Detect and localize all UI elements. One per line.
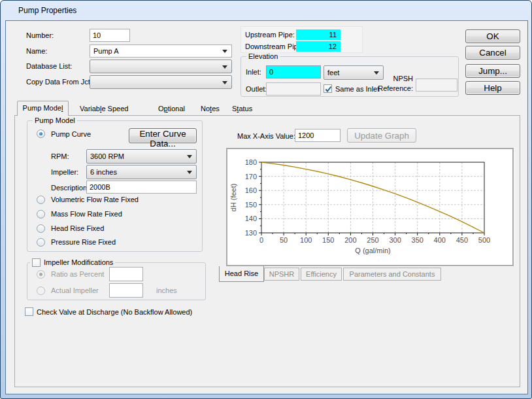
volumetric-flow-radio[interactable] [37,196,45,204]
enter-curve-data-button[interactable]: Enter Curve Data... [129,128,197,143]
help-button[interactable]: Help [465,81,520,95]
inlet-label: Inlet: [246,67,261,77]
check-valve-label: Check Valve at Discharge (No Backflow Al… [37,307,192,317]
elevation-units-value: feet [327,69,339,77]
mass-flow-radio[interactable] [37,210,45,218]
svg-text:200: 200 [344,236,356,244]
dialog-body: Number: Name: Pump A Database List: Copy… [5,20,528,394]
number-label: Number: [26,30,54,41]
checkmark-icon [324,85,333,94]
pump-curve-radio[interactable] [37,130,45,138]
pump-model-tab-panel: Pump Model Pump Curve Enter Curve Data..… [14,115,520,387]
chevron-down-icon [222,50,227,53]
npsh-reference-input[interactable] [416,78,457,92]
ratio-as-percent-radio[interactable] [37,270,45,279]
name-label: Name: [26,46,47,56]
copy-data-label: Copy Data From Jct... [26,77,96,87]
svg-text:150: 150 [322,236,334,244]
tab-notes[interactable]: Notes [201,103,220,114]
title-bar[interactable]: Pump Properties [1,1,531,20]
chart-tab-parameters[interactable]: Parameters and Constants [343,268,441,281]
chevron-down-icon [187,171,192,174]
inlet-elevation-input[interactable] [266,65,321,78]
svg-text:180: 180 [245,158,257,166]
svg-text:Q (gal/min): Q (gal/min) [355,247,390,254]
svg-text:150: 150 [245,201,257,209]
actual-impeller-label: Actual Impeller [51,285,99,296]
tab-variable-speed[interactable]: Variable Speed [80,103,128,114]
downstream-pipe-label: Downstream Pipe: [245,41,304,52]
actual-impeller-input[interactable] [109,283,143,298]
chart-tab-npshr[interactable]: NPSHR [264,268,299,281]
max-x-axis-label: Max X-Axis Value: [237,131,295,141]
svg-text:140: 140 [245,215,257,222]
impeller-modifications-checkbox[interactable] [32,258,41,267]
svg-text:500: 500 [478,236,490,244]
impeller-value: 6 inches [90,168,117,176]
rpm-value: 3600 RPM [90,152,124,160]
pump-curve-chart: 0501001502002503003504004505001301401501… [226,148,514,266]
chevron-down-icon [222,65,227,69]
description-input[interactable] [86,181,197,194]
pump-model-group: Pump Model Pump Curve Enter Curve Data..… [27,120,203,252]
check-valve-checkbox[interactable] [25,307,33,316]
actual-impeller-radio[interactable] [37,286,45,295]
volumetric-flow-label: Volumetric Flow Rate Fixed [51,194,139,205]
description-label: Description: [51,182,89,193]
pressure-rise-radio[interactable] [37,238,45,247]
downstream-pipe-value: 12 [296,41,341,52]
rpm-label: RPM: [51,151,69,162]
head-rise-label: Head Rise Fixed [51,223,104,234]
chart-tab-efficiency[interactable]: Efficiency [301,268,342,281]
pump-curve-label: Pump Curve [51,129,91,139]
npsh-reference-label: NPSH Reference: [357,74,413,94]
ratio-as-percent-label: Ratio as Percent [51,269,104,279]
outlet-label: Outlet: [246,84,267,94]
chart-tab-head-rise[interactable]: Head Rise [219,266,264,282]
svg-text:300: 300 [389,236,401,244]
outlet-elevation-input[interactable] [266,82,321,95]
mass-flow-label: Mass Flow Rate Fixed [51,209,122,219]
head-rise-radio[interactable] [37,224,45,233]
svg-text:50: 50 [280,236,288,244]
chevron-down-icon [222,81,227,84]
upstream-pipe-value: 11 [296,29,341,40]
impeller-modifications-group: Impeller Modifications Ratio as Percent … [27,262,206,300]
impeller-label: Impeller: [51,167,78,177]
pressure-rise-label: Pressure Rise Fixed [51,237,116,247]
elevation-legend: Elevation [246,52,280,61]
update-graph-button[interactable]: Update Graph [347,128,416,143]
pump-properties-dialog: Pump Properties Number: Name: Pump A Dat… [0,0,532,399]
jump-button[interactable]: Jump... [465,64,520,78]
svg-text:170: 170 [245,173,257,181]
database-list-combobox[interactable] [90,60,232,73]
svg-text:dH (feet): dH (feet) [229,184,237,212]
svg-text:100: 100 [300,236,312,244]
cancel-button[interactable]: Cancel [465,46,520,60]
svg-text:0: 0 [259,236,263,244]
svg-text:450: 450 [456,236,468,244]
same-as-inlet-checkbox[interactable] [324,84,332,93]
max-x-axis-input[interactable] [295,129,341,142]
svg-text:160: 160 [245,186,257,194]
number-input[interactable] [90,29,130,42]
tab-pump-model[interactable]: Pump Model [17,101,69,116]
impeller-combobox[interactable]: 6 inches [86,165,197,179]
name-combobox[interactable]: Pump A [90,44,232,58]
rpm-combobox[interactable]: 3600 RPM [86,149,197,164]
database-list-label: Database List: [26,61,72,71]
svg-text:130: 130 [245,229,257,237]
window-title: Pump Properties [18,6,76,15]
svg-text:250: 250 [367,236,378,244]
chevron-down-icon [187,155,192,158]
svg-text:350: 350 [412,236,424,244]
upstream-pipe-label: Upstream Pipe: [245,29,295,40]
tab-optional[interactable]: Optional [158,103,185,114]
name-value: Pump A [93,47,119,55]
copy-data-combobox[interactable] [90,75,232,89]
impeller-modifications-label: Impeller Modifications [44,258,113,268]
ok-button[interactable]: OK [465,29,520,43]
ratio-as-percent-input[interactable] [109,267,143,281]
inches-unit-label: inches [156,285,177,296]
tab-status[interactable]: Status [232,103,252,114]
